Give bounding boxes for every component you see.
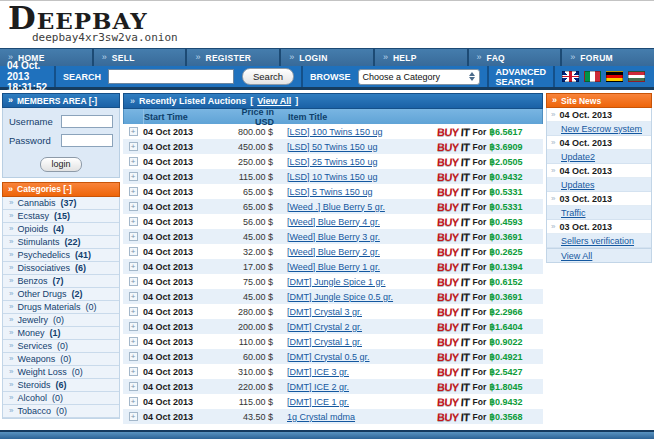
news-link[interactable]: Sellers verification	[561, 236, 634, 246]
auction-title-link[interactable]: [DMT] Crystal 3 gr.	[287, 307, 362, 317]
flag-uk-icon[interactable]	[562, 71, 579, 82]
auction-title-link[interactable]: [LSD] 100 Twins 150 ug	[287, 127, 382, 137]
buy-it-button[interactable]: BUY IT	[437, 231, 470, 243]
news-link[interactable]: Updates	[561, 180, 595, 190]
auction-title-link[interactable]: 1g Crystal mdma	[287, 412, 355, 422]
auction-title-link[interactable]: [LSD] 50 Twins 150 ug	[287, 142, 377, 152]
expand-icon[interactable]: +	[129, 172, 138, 181]
flag-italy-icon[interactable]	[584, 71, 601, 82]
category-item[interactable]: » Jewelry (0)	[3, 314, 119, 327]
category-item[interactable]: » Cannabis (37)	[3, 197, 119, 210]
buy-it-button[interactable]: BUY IT	[437, 141, 470, 153]
auction-title-link[interactable]: [DMT] ICE 1 gr.	[287, 397, 349, 407]
category-item[interactable]: » Dissociatives (6)	[3, 262, 119, 275]
buy-it-button[interactable]: BUY IT	[437, 336, 470, 348]
nav-item[interactable]: » HELP	[375, 49, 469, 66]
auctions-view-all-link[interactable]: View All	[257, 96, 291, 106]
buy-it-button[interactable]: BUY IT	[437, 306, 470, 318]
news-link[interactable]: New Escrow system	[561, 124, 642, 134]
nav-item[interactable]: » FAQ	[469, 49, 563, 66]
username-input[interactable]	[61, 115, 113, 128]
expand-icon[interactable]: +	[129, 127, 138, 136]
expand-icon[interactable]: +	[129, 337, 138, 346]
auction-title-link[interactable]: [DMT] Crystal 1 gr.	[287, 337, 362, 347]
nav-item[interactable]: » REGISTER	[187, 49, 281, 66]
category-item[interactable]: » Psychedelics (41)	[3, 249, 119, 262]
expand-icon[interactable]: +	[129, 412, 138, 421]
nav-item[interactable]: » SELL	[94, 49, 188, 66]
auction-title-link[interactable]: [LSD] 5 Twins 150 ug	[287, 187, 372, 197]
expand-icon[interactable]: +	[129, 352, 138, 361]
buy-it-button[interactable]: BUY IT	[437, 366, 470, 378]
expand-icon[interactable]: +	[129, 217, 138, 226]
auction-title-link[interactable]: [LSD] 10 Twins 150 ug	[287, 172, 377, 182]
buy-it-button[interactable]: BUY IT	[437, 126, 470, 138]
password-input[interactable]	[61, 134, 113, 147]
news-view-all-link[interactable]: View All	[561, 251, 592, 261]
advanced-search-link[interactable]: ADVANCED SEARCH	[496, 67, 546, 87]
auction-title-link[interactable]: [LSD] 25 Twins 150 ug	[287, 157, 377, 167]
search-input[interactable]	[108, 69, 234, 84]
expand-icon[interactable]: +	[129, 367, 138, 376]
auction-title-link[interactable]: [Weed .] Blue Berry 5 gr.	[287, 202, 385, 212]
buy-it-button[interactable]: BUY IT	[437, 246, 470, 258]
news-link[interactable]: Traffic	[561, 208, 586, 218]
flag-hungary-icon[interactable]	[628, 71, 645, 82]
category-item[interactable]: » Drugs Materials (0)	[3, 301, 119, 314]
auction-title-link[interactable]: [DMT] Crystal 2 gr.	[287, 322, 362, 332]
auction-title-link[interactable]: [DMT] ICE 2 gr.	[287, 382, 349, 392]
buy-it-button[interactable]: BUY IT	[437, 276, 470, 288]
nav-item[interactable]: » LOGIN	[281, 49, 375, 66]
buy-it-button[interactable]: BUY IT	[437, 261, 470, 273]
category-item[interactable]: » Weight Loss (0)	[3, 366, 119, 379]
auction-title-link[interactable]: [Weed] Blue Berry 1 gr.	[287, 262, 380, 272]
expand-icon[interactable]: +	[129, 187, 138, 196]
buy-it-button[interactable]: BUY IT	[437, 291, 470, 303]
category-item[interactable]: » Opioids (4)	[3, 223, 119, 236]
category-item[interactable]: » Other Drugs (2)	[3, 288, 119, 301]
expand-icon[interactable]: +	[129, 382, 138, 391]
auction-title-link[interactable]: [DMT] Jungle Spice 0.5 gr.	[287, 292, 393, 302]
category-item[interactable]: » Steroids (6)	[3, 379, 119, 392]
flag-germany-icon[interactable]	[606, 71, 623, 82]
category-item[interactable]: » Ecstasy (15)	[3, 210, 119, 223]
category-select[interactable]: Choose a Category	[358, 69, 480, 85]
expand-icon[interactable]: +	[129, 292, 138, 301]
auction-title-link[interactable]: [Weed] Blue Berry 2 gr.	[287, 247, 380, 257]
category-item[interactable]: » Weapons (0)	[3, 353, 119, 366]
search-button[interactable]: Search	[242, 68, 294, 85]
login-button[interactable]: login	[40, 157, 82, 172]
expand-icon[interactable]: +	[129, 277, 138, 286]
buy-it-button[interactable]: BUY IT	[437, 411, 470, 423]
category-item[interactable]: » Benzos (7)	[3, 275, 119, 288]
category-item[interactable]: » Alcohol (0)	[3, 392, 119, 405]
category-item[interactable]: » Money (1)	[3, 327, 119, 340]
expand-icon[interactable]: +	[129, 262, 138, 271]
expand-icon[interactable]: +	[129, 397, 138, 406]
auction-title-link[interactable]: [DMT] ICE 3 gr.	[287, 367, 349, 377]
buy-it-button[interactable]: BUY IT	[437, 201, 470, 213]
expand-icon[interactable]: +	[129, 157, 138, 166]
auction-title-link[interactable]: [DMT] Crystal 0.5 gr.	[287, 352, 370, 362]
expand-icon[interactable]: +	[129, 142, 138, 151]
expand-icon[interactable]: +	[129, 322, 138, 331]
buy-it-button[interactable]: BUY IT	[437, 351, 470, 363]
expand-icon[interactable]: +	[129, 307, 138, 316]
auction-title-link[interactable]: [Weed] Blue Berry 4 gr.	[287, 217, 380, 227]
expand-icon[interactable]: +	[129, 202, 138, 211]
auction-title-link[interactable]: [DMT] Jungle Spice 1 gr.	[287, 277, 386, 287]
expand-icon[interactable]: +	[129, 232, 138, 241]
buy-it-button[interactable]: BUY IT	[437, 381, 470, 393]
auction-title-link[interactable]: [Weed] Blue Berry 3 gr.	[287, 232, 380, 242]
category-item[interactable]: » Stimulants (22)	[3, 236, 119, 249]
buy-it-button[interactable]: BUY IT	[437, 321, 470, 333]
buy-it-button[interactable]: BUY IT	[437, 396, 470, 408]
category-item[interactable]: » Tobacco (0)	[3, 405, 119, 418]
expand-icon[interactable]: +	[129, 247, 138, 256]
buy-it-button[interactable]: BUY IT	[437, 186, 470, 198]
buy-it-button[interactable]: BUY IT	[437, 171, 470, 183]
category-item[interactable]: » Services (0)	[3, 340, 119, 353]
nav-item[interactable]: » FORUM	[562, 49, 654, 66]
buy-it-button[interactable]: BUY IT	[437, 156, 470, 168]
news-link[interactable]: Update2	[561, 152, 595, 162]
